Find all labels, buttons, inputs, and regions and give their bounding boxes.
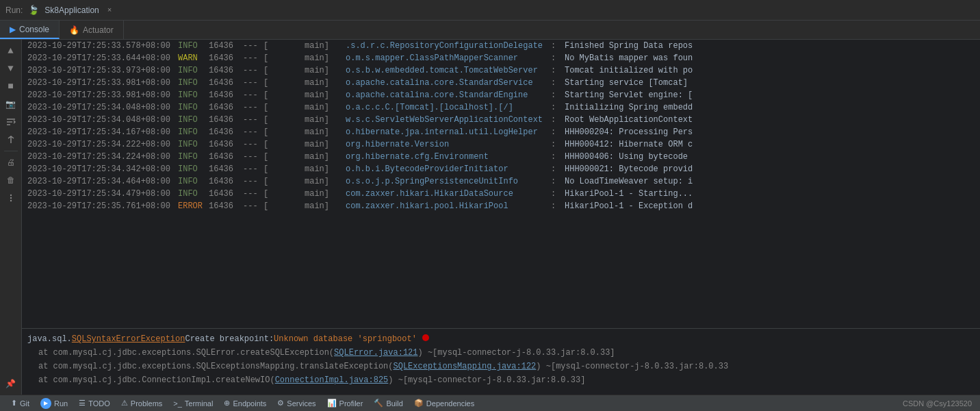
log-dashes: ---: [243, 201, 263, 211]
status-endpoints[interactable]: ⊕ Endpoints: [218, 395, 272, 411]
log-pid: 16436: [209, 90, 243, 100]
status-todo[interactable]: ☰ TODO: [73, 395, 116, 411]
clear-btn[interactable]: 🗑: [3, 172, 19, 188]
log-thread: [: [263, 115, 305, 125]
log-dashes: ---: [243, 78, 263, 88]
run-close-btn[interactable]: ×: [107, 6, 112, 14]
endpoints-icon: ⊕: [224, 399, 230, 408]
log-class: o.s.o.j.p.SpringPersistenceUnitInfo: [346, 177, 551, 186]
wrap-btn[interactable]: [3, 114, 19, 130]
log-level: INFO: [178, 140, 209, 149]
status-services[interactable]: ⚙ Services: [272, 395, 321, 411]
log-thread-name: main]: [305, 152, 346, 162]
git-label: Git: [20, 399, 29, 408]
console-label: Console: [19, 25, 49, 34]
log-thread-name: main]: [305, 177, 346, 186]
stack-link-2[interactable]: SQLExceptionsMapping.java:122: [393, 362, 536, 371]
log-message: Tomcat initialized with po: [565, 66, 693, 75]
log-message: HHH000204: Processing Pers: [565, 127, 693, 137]
print-btn[interactable]: 🖨: [3, 154, 19, 171]
csdn-label: CSDN @Csy123520: [903, 399, 975, 408]
log-thread-name: main]: [305, 53, 346, 63]
status-profiler[interactable]: 📊 Profiler: [322, 395, 369, 411]
status-dependencies[interactable]: 📦 Dependencies: [409, 395, 480, 411]
stack-link-1[interactable]: SQLError.java:121: [334, 348, 417, 358]
problems-icon: ⚠: [121, 399, 128, 408]
log-thread: [: [263, 201, 305, 211]
log-line: 2023-10-29T17:25:33.973+08:00 INFO 16436…: [22, 66, 980, 78]
log-timestamp: 2023-10-29T17:25:33.578+08:00: [27, 41, 178, 51]
log-class: org.hibernate.Version: [346, 140, 551, 149]
console-icon: ▶: [10, 25, 16, 34]
left-toolbar: ▲ ▼ ■ 📷 🖨 🗑 📌: [0, 40, 22, 395]
log-line: 2023-10-29T17:25:34.222+08:00 INFO 16436…: [22, 140, 980, 152]
status-problems[interactable]: ⚠ Problems: [116, 395, 168, 411]
log-message: Root WebApplicationContext: [565, 115, 693, 125]
status-terminal[interactable]: >_ Terminal: [168, 395, 218, 411]
log-class: o.m.s.mapper.ClassPathMapperScanner: [346, 53, 551, 63]
log-dashes: ---: [243, 127, 263, 137]
profiler-label: Profiler: [339, 399, 363, 408]
terminal-label: Terminal: [185, 399, 214, 408]
status-git[interactable]: ⬆ Git: [5, 395, 35, 411]
stack-prefix-2: at com.mysql.cj.jdbc.exceptions.SQLExcep…: [38, 362, 393, 371]
stop-btn[interactable]: ■: [3, 78, 19, 95]
exception-prefix: java.sql.: [27, 334, 72, 344]
stack-suffix-2: ) ~[mysql-connector-j-8.0.33.jar:8.0.33: [536, 362, 728, 371]
log-line: 2023-10-29T17:25:33.981+08:00 INFO 16436…: [22, 78, 980, 90]
log-dashes: ---: [243, 66, 263, 75]
build-label: Build: [386, 399, 402, 408]
log-class: com.zaxxer.hikari.pool.HikariPool: [346, 201, 551, 211]
exception-sep: :: [269, 334, 274, 344]
log-thread-name: main]: [305, 189, 346, 199]
log-dashes: ---: [243, 53, 263, 63]
log-timestamp: 2023-10-29T17:25:33.981+08:00: [27, 90, 178, 100]
log-class: com.zaxxer.hikari.HikariDataSource: [346, 189, 551, 199]
log-dashes: ---: [243, 103, 263, 112]
svg-point-0: [10, 195, 11, 196]
actuator-label: Actuator: [83, 25, 114, 35]
tab-console[interactable]: ▶ Console: [0, 21, 60, 39]
problems-label: Problems: [131, 399, 162, 408]
log-class: org.hibernate.cfg.Environment: [346, 152, 551, 162]
tab-actuator[interactable]: 🔥 Actuator: [60, 21, 124, 39]
exception-middle: Create breakpoint: [185, 334, 268, 344]
log-dashes: ---: [243, 41, 263, 51]
log-level: INFO: [178, 164, 209, 174]
log-dashes: ---: [243, 189, 263, 199]
log-line: 2023-10-29T17:25:34.464+08:00 INFO 16436…: [22, 177, 980, 189]
move-up-btn[interactable]: [3, 132, 19, 148]
log-class: o.s.b.w.embedded.tomcat.TomcatWebServer: [346, 66, 551, 75]
log-thread: [: [263, 152, 305, 162]
todo-icon: ☰: [79, 399, 86, 408]
log-level: INFO: [178, 189, 209, 199]
log-sep: :: [551, 103, 565, 112]
log-line: 2023-10-29T17:25:33.981+08:00 INFO 16436…: [22, 90, 980, 103]
log-message: HHH000406: Using bytecode: [565, 152, 688, 162]
stack-link-3[interactable]: ConnectionImpl.java:825: [275, 375, 389, 385]
run-play-icon: ▶: [40, 398, 51, 409]
stack-line-1: at com.mysql.cj.jdbc.exceptions.SQLError…: [27, 348, 975, 362]
svg-point-2: [10, 200, 11, 201]
log-dashes: ---: [243, 140, 263, 149]
log-message: No MyBatis mapper was foun: [565, 53, 693, 63]
log-class: o.a.c.c.C.[Tomcat].[localhost].[/]: [346, 103, 551, 112]
scroll-down-btn[interactable]: ▼: [3, 60, 19, 77]
log-pid: 16436: [209, 140, 243, 149]
log-line: 2023-10-29T17:25:35.761+08:00 ERROR 1643…: [22, 201, 980, 214]
status-build[interactable]: 🔨 Build: [368, 395, 408, 411]
log-level: INFO: [178, 103, 209, 112]
log-message: HHH000021: Bytecode provid: [565, 164, 693, 174]
more-btn[interactable]: [3, 190, 19, 206]
dependencies-label: Dependencies: [426, 399, 474, 408]
scroll-up-btn[interactable]: ▲: [3, 42, 19, 59]
camera-btn[interactable]: 📷: [3, 96, 19, 112]
stack-suffix-1: ) ~[mysql-connector-j-8.0.33.jar:8.0.33]: [418, 348, 615, 358]
log-content: 2023-10-29T17:25:33.578+08:00 INFO 16436…: [22, 40, 980, 395]
exception-class[interactable]: SQLSyntaxErrorException: [72, 334, 185, 344]
pin-btn[interactable]: 📌: [3, 375, 19, 392]
log-timestamp: 2023-10-29T17:25:34.222+08:00: [27, 140, 178, 149]
status-run[interactable]: ▶ Run: [35, 395, 73, 411]
log-dashes: ---: [243, 115, 263, 125]
run-label: Run:: [5, 5, 23, 15]
